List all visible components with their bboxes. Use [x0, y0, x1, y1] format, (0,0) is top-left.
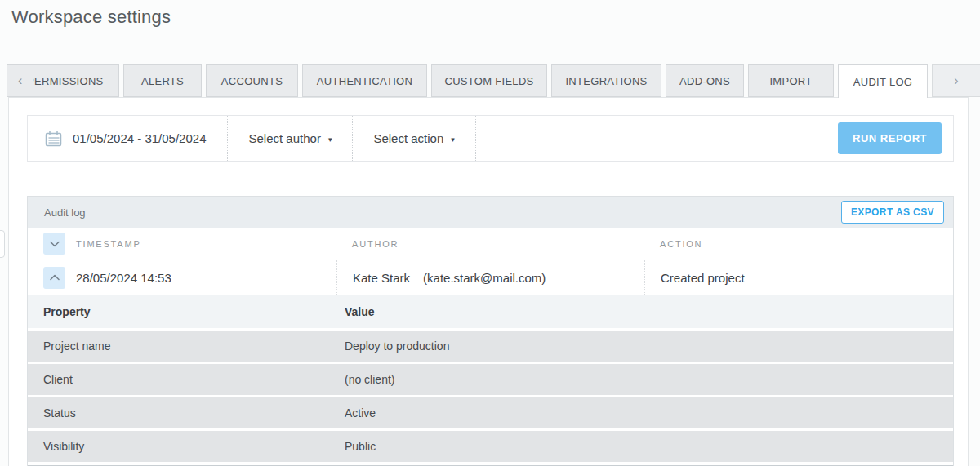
collapse-entry-button[interactable]	[43, 267, 65, 289]
date-range-picker[interactable]: 01/05/2024 - 31/05/2024	[28, 116, 227, 161]
collapse-all-button[interactable]	[43, 233, 65, 255]
audit-log-panel-header: Audit log EXPORT AS CSV	[28, 197, 953, 228]
chevron-up-icon	[49, 274, 60, 281]
entry-cell-action: Created project	[644, 260, 953, 295]
tab-add-ons-label: ADD-ONS	[679, 75, 730, 87]
detail-property: Project name	[43, 340, 345, 353]
entry-cell-author: Kate Stark (kate.stark@mail.com)	[336, 260, 644, 295]
tab-custom-fields[interactable]: CUSTOM FIELDS	[431, 64, 547, 97]
header-cell-action: ACTION	[644, 228, 953, 260]
detail-value: Active	[345, 406, 953, 419]
tab-permissions[interactable]: ‹ PERMISSIONS	[7, 64, 119, 97]
detail-property: Client	[43, 373, 345, 386]
tab-add-ons[interactable]: ADD-ONS	[666, 64, 744, 97]
header-cell-timestamp: TIMESTAMP	[28, 228, 336, 260]
column-header-timestamp: TIMESTAMP	[76, 239, 141, 249]
tab-authentication-label: AUTHENTICATION	[317, 75, 412, 87]
export-csv-button[interactable]: EXPORT AS CSV	[841, 201, 944, 224]
audit-log-panel: Audit log EXPORT AS CSV TIMESTAMP AUTHOR…	[27, 196, 954, 466]
tab-audit-log[interactable]: AUDIT LOG	[838, 64, 928, 98]
page-title: Workspace settings	[11, 7, 171, 28]
entry-author-email: (kate.stark@mail.com)	[423, 271, 546, 285]
detail-row-visibility: Visibility Public	[28, 431, 953, 462]
column-header-author: AUTHOR	[352, 239, 399, 249]
column-header-action: ACTION	[660, 239, 702, 249]
scroll-right-icon[interactable]: ›	[954, 73, 958, 88]
audit-entry-row[interactable]: 28/05/2024 14:53 Kate Stark (kate.stark@…	[28, 260, 953, 295]
entry-cell-timestamp: 28/05/2024 14:53	[28, 260, 336, 295]
tab-import-label: IMPORT	[769, 75, 812, 87]
caret-down-icon: ▾	[451, 134, 455, 144]
detail-value: (no client)	[345, 373, 953, 386]
detail-value: Public	[345, 440, 953, 453]
details-column-value: Value	[345, 305, 953, 318]
detail-value: Deploy to production	[345, 340, 953, 353]
entry-author-name: Kate Stark	[353, 271, 410, 285]
author-filter-dropdown[interactable]: Select author ▾	[228, 116, 352, 161]
tab-integrations[interactable]: INTEGRATIONS	[551, 64, 662, 97]
tab-custom-fields-label: CUSTOM FIELDS	[444, 75, 533, 87]
tab-alerts[interactable]: ALERTS	[123, 64, 202, 97]
report-filter-bar: 01/05/2024 - 31/05/2024 Select author ▾ …	[27, 115, 954, 162]
tab-alerts-label: ALERTS	[141, 75, 184, 87]
audit-log-tab-panel: 01/05/2024 - 31/05/2024 Select author ▾ …	[8, 97, 969, 466]
detail-property: Visibility	[43, 440, 345, 453]
caret-down-icon: ▾	[328, 134, 332, 144]
detail-row-client: Client (no client)	[28, 364, 953, 395]
tab-import[interactable]: IMPORT	[748, 64, 834, 97]
filter-divider	[475, 116, 476, 161]
action-filter-label: Select action	[373, 131, 443, 145]
run-report-button[interactable]: RUN REPORT	[838, 122, 942, 154]
entry-action: Created project	[661, 271, 745, 285]
detail-row-project-name: Project name Deploy to production	[28, 331, 953, 362]
tab-scroll-right-area[interactable]: ›	[932, 64, 980, 97]
panel-title: Audit log	[44, 206, 86, 219]
tab-authentication[interactable]: AUTHENTICATION	[302, 64, 427, 97]
tab-audit-log-label: AUDIT LOG	[853, 76, 913, 88]
action-filter-dropdown[interactable]: Select action ▾	[353, 116, 474, 161]
details-column-property: Property	[43, 305, 345, 318]
tab-accounts-label: ACCOUNTS	[221, 75, 283, 87]
author-filter-label: Select author	[248, 131, 320, 145]
date-range-value: 01/05/2024 - 31/05/2024	[73, 131, 206, 145]
tab-label-clip: PERMISSIONS	[33, 65, 115, 96]
tab-integrations-label: INTEGRATIONS	[565, 75, 647, 87]
scroll-left-icon[interactable]: ‹	[18, 65, 23, 96]
entry-timestamp: 28/05/2024 14:53	[76, 271, 172, 285]
detail-property: Status	[43, 406, 345, 419]
detail-row-status: Status Active	[28, 397, 953, 428]
tab-permissions-label: PERMISSIONS	[33, 75, 104, 87]
header-cell-author: AUTHOR	[336, 228, 644, 260]
left-edge-scroll-button[interactable]	[0, 230, 5, 258]
details-header-row: Property Value	[28, 295, 953, 328]
calendar-icon	[45, 131, 62, 147]
chevron-down-icon	[49, 241, 60, 247]
tab-bar: ‹ PERMISSIONS ALERTS ACCOUNTS AUTHENTICA…	[7, 64, 932, 97]
tab-accounts[interactable]: ACCOUNTS	[206, 64, 298, 97]
table-header-row: TIMESTAMP AUTHOR ACTION	[28, 228, 953, 260]
